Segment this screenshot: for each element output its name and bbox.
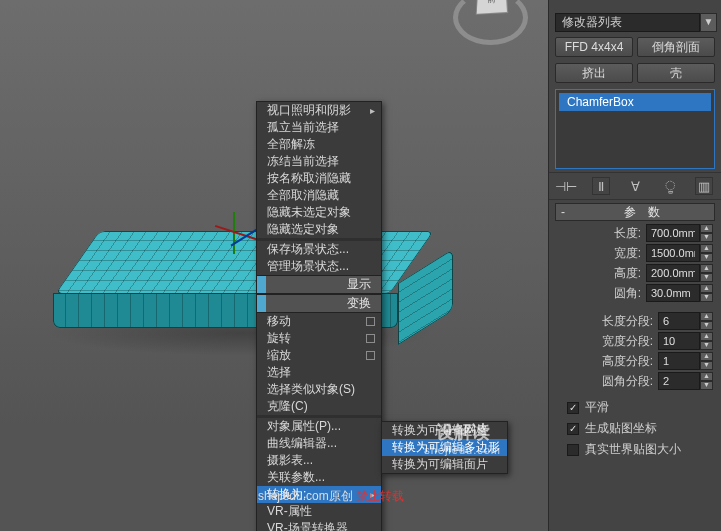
context-menu[interactable]: 视口照明和阴影 孤立当前选择 全部解冻 冻结当前选择 按名称取消隐藏 全部取消隐… — [256, 101, 382, 531]
height-input[interactable] — [646, 264, 700, 282]
menu-save-scene-state[interactable]: 保存场景状态... — [257, 241, 381, 258]
length-segs-label: 长度分段: — [574, 313, 658, 330]
width-input[interactable] — [646, 244, 700, 262]
btn-extrude[interactable]: 挤出 — [555, 63, 633, 83]
gen-uv-label: 生成贴图坐标 — [585, 420, 657, 437]
footer-site: shejiedu.com原创 — [258, 489, 356, 503]
menu-unfreeze-all[interactable]: 全部解冻 — [257, 136, 381, 153]
menu-manage-scene-state[interactable]: 管理场景状态... — [257, 258, 381, 275]
stack-toolbar: ⊣⊢ Ⅱ ∀ ੂ ▥ — [549, 172, 721, 200]
modifier-list[interactable]: 修改器列表 ▼ — [555, 13, 717, 32]
ls-down[interactable]: ▼ — [700, 321, 713, 330]
modify-panel: 修改器列表 ▼ FFD 4x4x4 倒角剖面 挤出 壳 ChamferBox ⊣… — [548, 0, 721, 531]
smooth-label: 平滑 — [585, 399, 609, 416]
btn-chamfer-profile[interactable]: 倒角剖面 — [637, 37, 715, 57]
menu-select[interactable]: 选择 — [257, 364, 381, 381]
modifier-list-field: 修改器列表 — [555, 13, 700, 32]
real-world-label: 真实世界贴图大小 — [585, 441, 681, 458]
smooth-checkbox[interactable]: ✓ — [567, 402, 579, 414]
hs-down[interactable]: ▼ — [700, 361, 713, 370]
fs-up[interactable]: ▲ — [700, 372, 713, 381]
menu-freeze-selection[interactable]: 冻结当前选择 — [257, 153, 381, 170]
length-segs-input[interactable] — [658, 312, 700, 330]
height-segs-input[interactable] — [658, 352, 700, 370]
gen-uv-checkbox[interactable]: ✓ — [567, 423, 579, 435]
menu-vr-scene-converter[interactable]: VR-场景转换器 — [257, 520, 381, 531]
axis-gizmo[interactable] — [210, 210, 260, 270]
viewcube-front-face[interactable]: 前 — [476, 0, 508, 15]
width-segs-label: 宽度分段: — [574, 333, 658, 350]
height-up[interactable]: ▲ — [700, 264, 713, 273]
group-display-label: 显示 — [347, 277, 371, 291]
menu-hide-selected[interactable]: 隐藏选定对象 — [257, 221, 381, 238]
menu-vr-properties[interactable]: VR-属性 — [257, 503, 381, 520]
length-down[interactable]: ▼ — [700, 233, 713, 242]
fs-down[interactable]: ▼ — [700, 381, 713, 390]
rollup-title: 参数 — [570, 204, 714, 221]
configure-modifier-icon[interactable]: ▥ — [695, 177, 713, 195]
length-up[interactable]: ▲ — [700, 224, 713, 233]
menu-dope-sheet[interactable]: 摄影表... — [257, 452, 381, 469]
real-world-checkbox[interactable] — [567, 444, 579, 456]
menu-scale[interactable]: 缩放 — [257, 347, 381, 364]
make-unique-icon[interactable]: ∀ — [626, 177, 644, 195]
fillet-label: 圆角: — [576, 285, 646, 302]
watermark-sub: shejiedu.com — [424, 444, 501, 456]
modifier-list-arrow[interactable]: ▼ — [700, 13, 717, 32]
height-segs-label: 高度分段: — [574, 353, 658, 370]
menu-group-transform: 变换 — [257, 294, 381, 313]
width-segs-input[interactable] — [658, 332, 700, 350]
fillet-input[interactable] — [646, 284, 700, 302]
menu-isolate-selection[interactable]: 孤立当前选择 — [257, 119, 381, 136]
menu-hide-unselected[interactable]: 隐藏未选定对象 — [257, 204, 381, 221]
hs-up[interactable]: ▲ — [700, 352, 713, 361]
menu-object-properties[interactable]: 对象属性(P)... — [257, 418, 381, 435]
show-end-result-icon[interactable]: Ⅱ — [592, 177, 610, 195]
stack-item-chamferbox[interactable]: ChamferBox — [559, 93, 711, 111]
watermark-title: 设解读 — [436, 422, 490, 442]
submenu-to-editable-patch[interactable]: 转换为可编辑面片 — [382, 456, 507, 473]
menu-unhide-by-name[interactable]: 按名称取消隐藏 — [257, 170, 381, 187]
ws-up[interactable]: ▲ — [700, 332, 713, 341]
width-down[interactable]: ▼ — [700, 253, 713, 262]
rollup-params[interactable]: - 参数 — [555, 203, 715, 221]
pin-stack-icon[interactable]: ⊣⊢ — [557, 177, 575, 195]
width-up[interactable]: ▲ — [700, 244, 713, 253]
width-label: 宽度: — [576, 245, 646, 262]
fillet-down[interactable]: ▼ — [700, 293, 713, 302]
viewcube[interactable]: 前 — [453, 0, 528, 45]
ls-up[interactable]: ▲ — [700, 312, 713, 321]
menu-viewport-lighting[interactable]: 视口照明和阴影 — [257, 102, 381, 119]
btn-shell[interactable]: 壳 — [637, 63, 715, 83]
length-label: 长度: — [576, 225, 646, 242]
menu-curve-editor[interactable]: 曲线编辑器... — [257, 435, 381, 452]
menu-wire-parameters[interactable]: 关联参数... — [257, 469, 381, 486]
menu-rotate[interactable]: 旋转 — [257, 330, 381, 347]
menu-move[interactable]: 移动 — [257, 313, 381, 330]
fillet-up[interactable]: ▲ — [700, 284, 713, 293]
menu-unhide-all[interactable]: 全部取消隐藏 — [257, 187, 381, 204]
menu-clone[interactable]: 克隆(C) — [257, 398, 381, 415]
menu-select-similar[interactable]: 选择类似对象(S) — [257, 381, 381, 398]
fillet-segs-input[interactable] — [658, 372, 700, 390]
watermark: 设解读 shejiedu.com — [424, 420, 501, 456]
group-transform-label: 变换 — [347, 296, 371, 310]
menu-group-display: 显示 — [257, 275, 381, 294]
modifier-stack[interactable]: ChamferBox — [555, 89, 715, 169]
fillet-segs-label: 圆角分段: — [574, 373, 658, 390]
btn-ffd[interactable]: FFD 4x4x4 — [555, 37, 633, 57]
length-input[interactable] — [646, 224, 700, 242]
height-down[interactable]: ▼ — [700, 273, 713, 282]
footer-warn: 禁止转载 — [356, 489, 404, 503]
ws-down[interactable]: ▼ — [700, 341, 713, 350]
height-label: 高度: — [576, 265, 646, 282]
footer-credit: shejiedu.com原创 禁止转载 — [258, 488, 404, 505]
rollup-toggle-icon[interactable]: - — [556, 205, 570, 219]
remove-modifier-icon[interactable]: ੂ — [661, 177, 679, 195]
